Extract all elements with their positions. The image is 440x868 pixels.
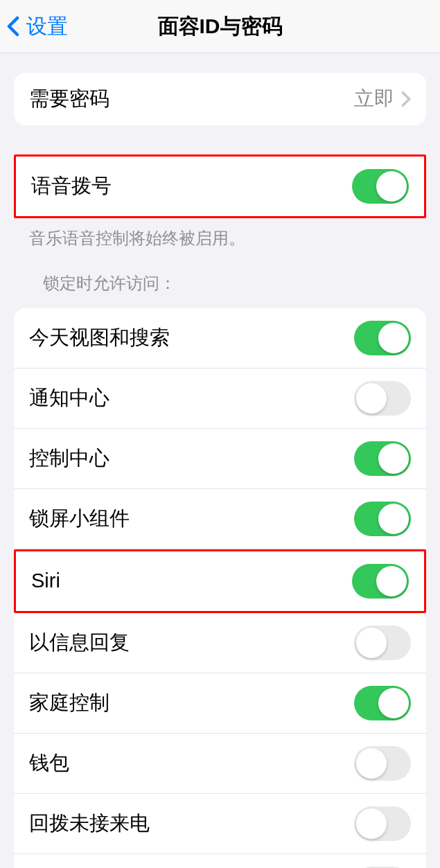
locked-item-toggle[interactable]	[354, 441, 411, 476]
locked-item-toggle[interactable]	[354, 626, 411, 660]
locked-item-row: 家庭控制	[14, 673, 426, 734]
locked-item-row: 锁屏小组件	[14, 489, 426, 549]
locked-item-row: 钱包	[14, 734, 426, 794]
toggle-knob	[356, 383, 387, 414]
voice-dial-toggle[interactable]	[352, 169, 409, 204]
back-label: 设置	[26, 12, 68, 41]
locked-access-section: 锁定时允许访问： 今天视图和搜索通知中心控制中心锁屏小组件Siri以信息回复家庭…	[14, 272, 426, 868]
locked-item-toggle[interactable]	[354, 806, 411, 841]
locked-item-label: 家庭控制	[29, 689, 109, 717]
locked-access-header: 锁定时允许访问：	[28, 272, 412, 301]
toggle-knob	[356, 808, 387, 839]
locked-item-label: 通知中心	[29, 384, 109, 412]
chevron-left-icon	[7, 16, 19, 37]
toggle-knob	[356, 748, 387, 779]
toggle-knob	[376, 171, 407, 202]
require-passcode-label: 需要密码	[29, 85, 109, 113]
locked-item-label: 今天视图和搜索	[29, 324, 170, 352]
locked-item-toggle[interactable]	[354, 381, 411, 416]
locked-item-label: 回拨未接来电	[29, 810, 150, 838]
toggle-knob	[378, 443, 409, 474]
voice-dial-group: 语音拨号	[14, 154, 426, 218]
locked-item-row: USB配件	[14, 854, 426, 868]
passcode-section: 需要密码 立即	[14, 73, 426, 125]
locked-item-label: 锁屏小组件	[29, 505, 130, 533]
locked-item-label: 以信息回复	[29, 629, 130, 657]
toggle-knob	[378, 323, 409, 353]
locked-item-row: 今天视图和搜索	[14, 308, 426, 369]
voice-dial-label: 语音拨号	[31, 172, 112, 200]
locked-item-row: 以信息回复	[14, 613, 426, 673]
locked-item-label: Siri	[31, 569, 60, 592]
locked-item-row: Siri	[14, 549, 426, 613]
back-button[interactable]: 设置	[7, 12, 68, 41]
toggle-knob	[376, 566, 407, 596]
locked-item-toggle[interactable]	[352, 564, 409, 599]
locked-item-toggle[interactable]	[354, 746, 411, 781]
locked-item-row: 通知中心	[14, 369, 426, 429]
require-passcode-value: 立即	[354, 85, 394, 113]
chevron-right-icon	[401, 91, 411, 107]
page-title: 面容ID与密码	[158, 12, 283, 41]
locked-item-toggle[interactable]	[354, 321, 411, 355]
navigation-header: 设置 面容ID与密码	[0, 0, 440, 53]
locked-item-label: 控制中心	[29, 445, 109, 472]
locked-item-toggle[interactable]	[354, 686, 411, 720]
passcode-group: 需要密码 立即	[14, 73, 426, 125]
require-passcode-row[interactable]: 需要密码 立即	[14, 73, 426, 125]
voice-dial-section: 语音拨号 音乐语音控制将始终被启用。	[14, 154, 426, 250]
locked-item-row: 控制中心	[14, 429, 426, 489]
cell-right-content: 立即	[354, 85, 411, 113]
content-area: 需要密码 立即 语音拨号 音乐语音控制将始终被启用。 锁定时允许访问： 今天	[0, 73, 440, 868]
locked-item-label: 钱包	[29, 750, 69, 777]
toggle-knob	[378, 688, 409, 718]
locked-access-group: 今天视图和搜索通知中心控制中心锁屏小组件Siri以信息回复家庭控制钱包回拨未接来…	[14, 308, 426, 868]
voice-dial-footer: 音乐语音控制将始终被启用。	[14, 218, 426, 250]
toggle-knob	[356, 628, 387, 658]
locked-item-toggle[interactable]	[354, 502, 411, 536]
locked-item-row: 回拨未接来电	[14, 794, 426, 854]
toggle-knob	[378, 504, 409, 534]
voice-dial-row: 语音拨号	[16, 157, 424, 216]
